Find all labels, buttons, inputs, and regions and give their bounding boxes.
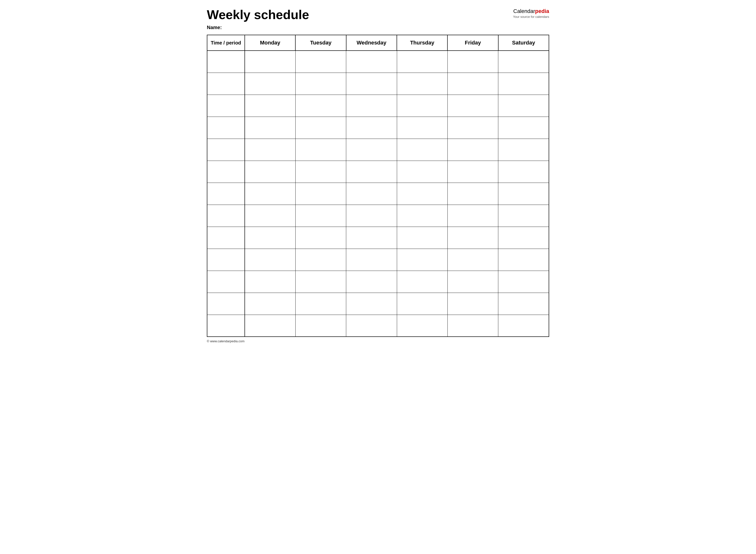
schedule-cell[interactable]: [295, 293, 346, 315]
schedule-cell[interactable]: [447, 117, 498, 138]
table-row: [207, 95, 549, 117]
schedule-cell[interactable]: [295, 117, 346, 138]
schedule-cell[interactable]: [245, 95, 295, 117]
schedule-cell[interactable]: [295, 161, 346, 183]
time-cell[interactable]: [207, 271, 245, 293]
schedule-cell[interactable]: [346, 248, 397, 271]
schedule-cell[interactable]: [498, 248, 549, 271]
schedule-cell[interactable]: [346, 73, 397, 95]
schedule-cell[interactable]: [346, 293, 397, 315]
schedule-cell[interactable]: [397, 161, 447, 183]
time-cell[interactable]: [207, 183, 245, 205]
time-cell[interactable]: [207, 51, 245, 73]
schedule-cell[interactable]: [245, 271, 295, 293]
time-cell[interactable]: [207, 117, 245, 138]
schedule-cell[interactable]: [397, 227, 447, 248]
schedule-cell[interactable]: [245, 227, 295, 248]
schedule-cell[interactable]: [447, 248, 498, 271]
schedule-cell[interactable]: [295, 138, 346, 161]
col-header-saturday: Saturday: [498, 35, 549, 51]
footer: © www.calendarpedia.com: [207, 339, 549, 343]
col-header-wednesday: Wednesday: [346, 35, 397, 51]
schedule-cell[interactable]: [397, 138, 447, 161]
schedule-cell[interactable]: [498, 161, 549, 183]
table-row: [207, 138, 549, 161]
schedule-cell[interactable]: [245, 293, 295, 315]
schedule-cell[interactable]: [447, 95, 498, 117]
time-cell[interactable]: [207, 205, 245, 227]
schedule-cell[interactable]: [295, 205, 346, 227]
time-cell[interactable]: [207, 138, 245, 161]
schedule-cell[interactable]: [346, 205, 397, 227]
schedule-cell[interactable]: [397, 205, 447, 227]
schedule-cell[interactable]: [397, 183, 447, 205]
schedule-cell[interactable]: [498, 117, 549, 138]
schedule-cell[interactable]: [346, 227, 397, 248]
schedule-cell[interactable]: [447, 227, 498, 248]
schedule-cell[interactable]: [498, 205, 549, 227]
schedule-cell[interactable]: [346, 117, 397, 138]
time-cell[interactable]: [207, 73, 245, 95]
schedule-cell[interactable]: [245, 138, 295, 161]
schedule-cell[interactable]: [498, 293, 549, 315]
schedule-cell[interactable]: [295, 315, 346, 337]
schedule-cell[interactable]: [447, 315, 498, 337]
time-cell[interactable]: [207, 293, 245, 315]
schedule-cell[interactable]: [245, 315, 295, 337]
schedule-cell[interactable]: [245, 51, 295, 73]
schedule-cell[interactable]: [397, 51, 447, 73]
schedule-cell[interactable]: [295, 95, 346, 117]
schedule-cell[interactable]: [447, 205, 498, 227]
schedule-cell[interactable]: [346, 138, 397, 161]
schedule-cell[interactable]: [346, 95, 397, 117]
schedule-cell[interactable]: [397, 271, 447, 293]
schedule-cell[interactable]: [447, 73, 498, 95]
schedule-cell[interactable]: [295, 51, 346, 73]
time-cell[interactable]: [207, 315, 245, 337]
schedule-cell[interactable]: [447, 138, 498, 161]
time-cell[interactable]: [207, 95, 245, 117]
schedule-cell[interactable]: [245, 161, 295, 183]
schedule-cell[interactable]: [295, 271, 346, 293]
schedule-cell[interactable]: [295, 183, 346, 205]
schedule-cell[interactable]: [447, 271, 498, 293]
schedule-cell[interactable]: [346, 271, 397, 293]
schedule-cell[interactable]: [397, 117, 447, 138]
schedule-cell[interactable]: [447, 161, 498, 183]
table-row: [207, 271, 549, 293]
schedule-cell[interactable]: [447, 51, 498, 73]
schedule-cell[interactable]: [245, 183, 295, 205]
schedule-cell[interactable]: [498, 183, 549, 205]
schedule-cell[interactable]: [498, 95, 549, 117]
schedule-cell[interactable]: [346, 161, 397, 183]
schedule-cell[interactable]: [397, 248, 447, 271]
schedule-cell[interactable]: [498, 315, 549, 337]
schedule-cell[interactable]: [498, 73, 549, 95]
schedule-cell[interactable]: [295, 248, 346, 271]
time-cell[interactable]: [207, 227, 245, 248]
schedule-cell[interactable]: [295, 73, 346, 95]
schedule-cell[interactable]: [397, 315, 447, 337]
time-cell[interactable]: [207, 161, 245, 183]
schedule-cell[interactable]: [397, 95, 447, 117]
name-label: Name:: [207, 25, 222, 30]
schedule-cell[interactable]: [245, 117, 295, 138]
schedule-cell[interactable]: [447, 293, 498, 315]
schedule-cell[interactable]: [346, 183, 397, 205]
schedule-cell[interactable]: [245, 73, 295, 95]
schedule-cell[interactable]: [346, 51, 397, 73]
schedule-cell[interactable]: [447, 183, 498, 205]
schedule-cell[interactable]: [498, 51, 549, 73]
schedule-cell[interactable]: [498, 138, 549, 161]
schedule-cell[interactable]: [397, 293, 447, 315]
col-header-thursday: Thursday: [397, 35, 447, 51]
schedule-cell[interactable]: [295, 227, 346, 248]
schedule-cell[interactable]: [498, 271, 549, 293]
schedule-cell[interactable]: [245, 205, 295, 227]
time-cell[interactable]: [207, 248, 245, 271]
table-row: [207, 293, 549, 315]
schedule-cell[interactable]: [498, 227, 549, 248]
schedule-cell[interactable]: [346, 315, 397, 337]
schedule-cell[interactable]: [245, 248, 295, 271]
schedule-cell[interactable]: [397, 73, 447, 95]
